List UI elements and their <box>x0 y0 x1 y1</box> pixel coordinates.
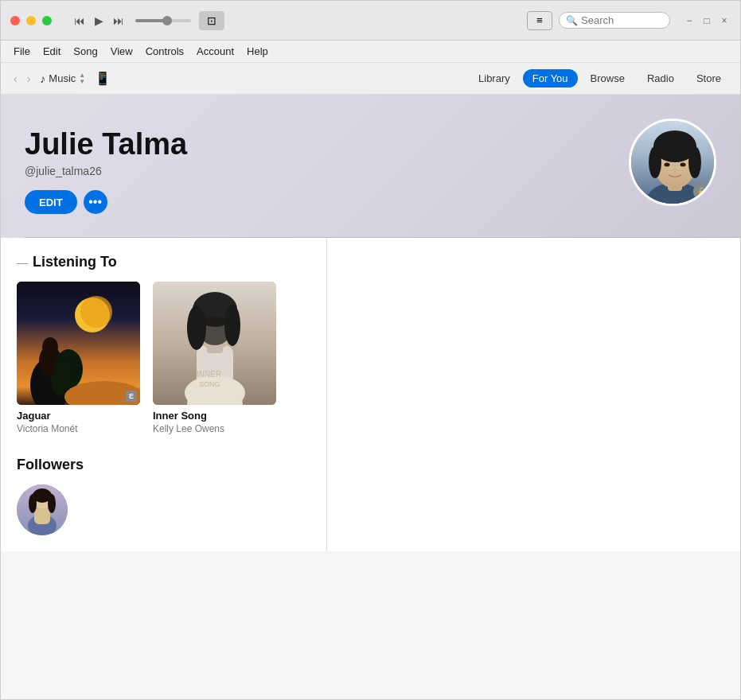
music-note-icon: ♪ <box>40 72 45 85</box>
svg-point-8 <box>681 163 686 167</box>
svg-rect-33 <box>34 508 50 524</box>
menu-account[interactable]: Account <box>190 44 240 59</box>
profile-actions: EDIT ••• <box>25 190 716 214</box>
album-item-inner-song[interactable]: INNER SONG Inner Song Kelly Lee Owens <box>153 282 276 434</box>
menu-view[interactable]: View <box>104 44 139 59</box>
profile-header: Julie Talma @julie_talma26 EDIT ••• <box>1 95 740 238</box>
tab-store[interactable]: Store <box>687 69 731 88</box>
source-name-label: Music <box>49 72 76 84</box>
minimize-button[interactable] <box>26 16 36 25</box>
ellipsis-icon: ••• <box>88 195 102 209</box>
album-artist-jaguar: Victoria Monét <box>17 423 140 434</box>
albums-grid: E Jaguar Victoria Monét <box>17 282 310 434</box>
explicit-badge-jaguar: E <box>126 391 137 402</box>
content-area[interactable]: Julie Talma @julie_talma26 EDIT ••• <box>1 95 740 699</box>
search-box: 🔍 <box>559 12 670 29</box>
fastforward-button[interactable]: ⏭ <box>110 13 127 29</box>
profile-handle: @julie_talma26 <box>25 165 716 177</box>
window-controls: − □ × <box>683 14 731 27</box>
menu-file[interactable]: File <box>7 44 37 59</box>
svg-point-26 <box>199 317 231 345</box>
search-icon: 🔍 <box>566 15 578 26</box>
followers-title: Followers <box>17 457 310 473</box>
menu-edit[interactable]: Edit <box>37 44 67 59</box>
list-view-button[interactable]: ≡ <box>527 11 552 30</box>
maximize-button[interactable] <box>42 16 52 25</box>
menu-help[interactable]: Help <box>240 44 275 59</box>
win-maximize-button[interactable]: □ <box>700 14 713 27</box>
edit-profile-button[interactable]: EDIT <box>25 190 77 214</box>
nav-arrows: ‹ › <box>10 71 33 87</box>
svg-point-16 <box>51 367 70 395</box>
album-item-jaguar[interactable]: E Jaguar Victoria Monét <box>17 282 140 434</box>
right-panel <box>327 238 740 551</box>
left-panel: Listening To <box>1 238 327 551</box>
profile-divider <box>25 237 740 238</box>
privacy-lock-icon: 🔒 <box>693 183 711 200</box>
inner-song-artwork: INNER SONG <box>153 282 276 405</box>
tab-for-you[interactable]: For You <box>523 69 578 88</box>
win-minimize-button[interactable]: − <box>683 14 696 27</box>
menu-controls[interactable]: Controls <box>139 44 190 59</box>
volume-slider[interactable] <box>135 19 191 22</box>
toolbar: ‹ › ♪ Music ▲ ▼ 📱 Library For You Browse… <box>1 63 740 95</box>
avatar: 🔒 <box>629 119 716 206</box>
source-arrows-icon: ▲ ▼ <box>79 72 85 85</box>
svg-point-14 <box>42 337 58 356</box>
nav-back-button[interactable]: ‹ <box>10 71 21 87</box>
more-options-button[interactable]: ••• <box>84 190 107 214</box>
rewind-button[interactable]: ⏮ <box>71 13 88 29</box>
search-input[interactable] <box>581 14 663 26</box>
profile-name: Julie Talma <box>25 127 716 161</box>
menu-song[interactable]: Song <box>67 44 103 59</box>
list-icon: ≡ <box>536 14 543 26</box>
svg-text:INNER: INNER <box>197 370 221 379</box>
nav-tabs: Library For You Browse Radio Store <box>469 69 731 88</box>
album-title-inner-song: Inner Song <box>153 410 276 422</box>
listening-to-title: Listening To <box>17 254 310 270</box>
profile-content: Listening To <box>1 238 740 551</box>
followers-section: Followers <box>17 457 310 535</box>
airplay-icon: ⊡ <box>207 14 216 27</box>
menubar: File Edit Song View Controls Account Hel… <box>1 41 740 63</box>
app-window: ⏮ ▶ ⏭ ⊡ ≡ 🔍 − □ × <box>0 0 741 700</box>
svg-point-5 <box>649 146 661 178</box>
airplay-button[interactable]: ⊡ <box>199 11 224 30</box>
svg-point-6 <box>688 146 701 178</box>
jaguar-artwork: E <box>17 282 140 405</box>
tab-radio[interactable]: Radio <box>638 69 684 88</box>
nav-forward-button[interactable]: › <box>24 71 34 87</box>
transport-controls: ⏮ ▶ ⏭ ⊡ <box>71 11 224 30</box>
svg-point-7 <box>665 163 670 167</box>
tab-browse[interactable]: Browse <box>581 69 634 88</box>
close-button[interactable] <box>10 16 20 25</box>
win-close-button[interactable]: × <box>718 14 731 27</box>
svg-point-35 <box>29 494 37 513</box>
svg-text:SONG: SONG <box>199 380 220 388</box>
album-title-jaguar: Jaguar <box>17 410 140 422</box>
source-selector[interactable]: ♪ Music ▲ ▼ <box>40 72 85 85</box>
play-button[interactable]: ▶ <box>92 13 107 29</box>
album-artist-inner-song: Kelly Lee Owens <box>153 423 276 434</box>
titlebar-right: ≡ 🔍 − □ × <box>527 11 731 30</box>
svg-point-36 <box>48 494 56 513</box>
titlebar-left: ⏮ ▶ ⏭ ⊡ <box>10 11 224 30</box>
svg-point-11 <box>80 296 112 328</box>
titlebar: ⏮ ▶ ⏭ ⊡ ≡ 🔍 − □ × <box>1 1 740 41</box>
album-cover-jaguar: E <box>17 282 140 405</box>
follower-avatar-0[interactable] <box>17 484 68 535</box>
album-cover-inner-song: INNER SONG <box>153 282 276 405</box>
device-icon[interactable]: 📱 <box>95 71 111 86</box>
main-content: Julie Talma @julie_talma26 EDIT ••• <box>1 95 740 699</box>
tab-library[interactable]: Library <box>469 69 520 88</box>
